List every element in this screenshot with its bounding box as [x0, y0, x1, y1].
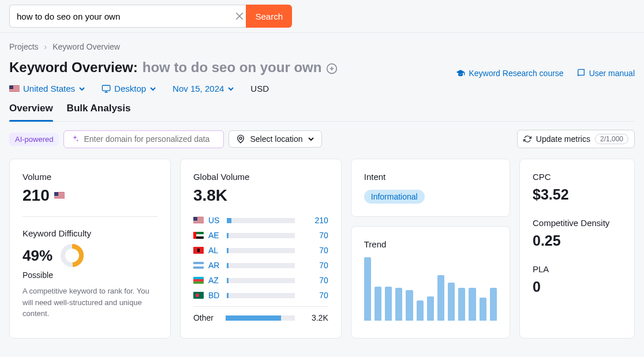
chevron-right-icon: › — [44, 42, 47, 51]
gv-row: BD70 — [193, 288, 328, 303]
gv-bar-fill — [227, 233, 229, 238]
chevron-down-icon — [227, 85, 234, 92]
trend-label: Trend — [364, 239, 497, 249]
trend-bar — [395, 288, 402, 321]
book-icon — [576, 69, 586, 78]
global-volume-card: Global Volume 3.8K US210AE70AL70AR70AZ70… — [180, 159, 342, 339]
breadcrumb-projects[interactable]: Projects — [9, 42, 39, 51]
kd-description: A competitive keyword to rank for. You w… — [23, 285, 158, 320]
add-keyword-icon[interactable] — [326, 62, 338, 73]
gv-value-link[interactable]: 70 — [305, 231, 328, 240]
research-course-link[interactable]: Keyword Research course — [456, 69, 563, 78]
clear-icon[interactable] — [234, 11, 245, 21]
cpc-label: CPC — [533, 172, 621, 182]
device-filter[interactable]: Desktop — [102, 84, 156, 93]
cpc-card: CPC $3.52 Competitive Density 0.25 PLA 0 — [519, 159, 635, 339]
pla-value: 0 — [533, 279, 621, 295]
location-pin-icon — [236, 134, 245, 144]
flag-icon — [193, 277, 204, 284]
gv-country-link[interactable]: AE — [208, 231, 222, 240]
gv-row: AE70 — [193, 228, 328, 243]
search-input[interactable] — [9, 5, 246, 28]
tab-overview[interactable]: Overview — [9, 103, 53, 121]
kd-donut-icon — [59, 243, 85, 268]
density-label: Competitive Density — [533, 218, 621, 228]
trend-bar — [385, 287, 392, 321]
svg-rect-1 — [102, 85, 110, 91]
trend-bar — [364, 257, 371, 321]
gv-country-link[interactable]: US — [208, 216, 222, 225]
intent-badge: Informational — [364, 190, 425, 204]
date-filter[interactable]: Nov 15, 2024 — [173, 84, 234, 93]
flag-icon — [193, 247, 204, 254]
gv-value-link[interactable]: 70 — [305, 246, 328, 255]
cpc-value: $3.52 — [533, 186, 621, 203]
gv-country-link[interactable]: AL — [208, 246, 222, 255]
search-button[interactable]: Search — [246, 5, 292, 28]
volume-card: Volume 210 Keyword Difficulty 49% Possib… — [9, 159, 171, 339]
gv-other-bar — [226, 315, 281, 321]
tab-bulk-analysis[interactable]: Bulk Analysis — [67, 103, 131, 121]
trend-bar — [490, 288, 497, 321]
domain-input-wrap[interactable] — [63, 130, 224, 148]
gv-value-link[interactable]: 70 — [305, 261, 328, 270]
trend-bar — [437, 275, 444, 321]
gv-country-link[interactable]: BD — [208, 291, 222, 300]
desktop-icon — [102, 84, 111, 93]
trend-bar — [427, 296, 434, 321]
user-manual-link[interactable]: User manual — [576, 69, 635, 78]
gv-row: AZ70 — [193, 273, 328, 288]
density-value: 0.25 — [533, 232, 621, 249]
gv-bar-fill — [227, 263, 229, 268]
domain-input[interactable] — [84, 134, 216, 144]
global-volume-value: 3.8K — [193, 186, 328, 205]
pla-label: PLA — [533, 264, 621, 274]
country-filter[interactable]: United States — [9, 84, 85, 93]
breadcrumb: Projects › Keyword Overview — [9, 42, 635, 51]
trend-bar — [417, 300, 424, 321]
graduation-cap-icon — [456, 69, 465, 78]
gv-value-link[interactable]: 70 — [305, 276, 328, 285]
trend-bar — [375, 287, 381, 321]
global-volume-label: Global Volume — [193, 172, 328, 182]
us-flag-icon — [54, 192, 65, 199]
sparkle-icon — [71, 134, 79, 144]
flag-icon — [193, 262, 204, 269]
chevron-down-icon — [78, 85, 85, 92]
svg-point-2 — [239, 137, 242, 140]
gv-bar-fill — [227, 218, 231, 223]
gv-value-link[interactable]: 70 — [305, 291, 328, 300]
gv-country-link[interactable]: AR — [208, 261, 222, 270]
trend-bar — [480, 298, 486, 321]
breadcrumb-current: Keyword Overview — [53, 42, 120, 51]
volume-value: 210 — [23, 186, 50, 205]
kd-percent: 49% — [23, 247, 53, 265]
trend-bar — [469, 288, 475, 321]
gv-country-link[interactable]: AZ — [208, 276, 222, 285]
gv-value-link[interactable]: 210 — [305, 216, 328, 225]
gv-row: AR70 — [193, 258, 328, 273]
refresh-icon — [523, 135, 531, 143]
trend-bar — [458, 288, 465, 321]
us-flag-icon — [9, 85, 20, 92]
gv-bar-fill — [227, 248, 229, 253]
update-metrics-button[interactable]: Update metrics 2/1,000 — [517, 130, 635, 148]
intent-label: Intent — [364, 172, 497, 182]
update-count-badge: 2/1,000 — [595, 134, 628, 144]
gv-row: US210 — [193, 213, 328, 228]
trend-bar — [406, 290, 413, 321]
gv-row: AL70 — [193, 243, 328, 258]
currency-label: USD — [250, 84, 269, 93]
gv-other-value: 3.2K — [305, 313, 328, 322]
volume-label: Volume — [23, 172, 158, 182]
trend-bar — [448, 283, 455, 321]
location-select[interactable]: Select location — [229, 130, 321, 148]
flag-icon — [193, 292, 204, 299]
flag-icon — [193, 232, 204, 239]
gv-bar-fill — [227, 278, 229, 283]
ai-powered-badge: AI-powered — [9, 133, 59, 146]
chevron-down-icon — [149, 85, 156, 92]
kd-label: Keyword Difficulty — [23, 228, 158, 238]
flag-icon — [193, 217, 204, 224]
chevron-down-icon — [308, 136, 314, 142]
